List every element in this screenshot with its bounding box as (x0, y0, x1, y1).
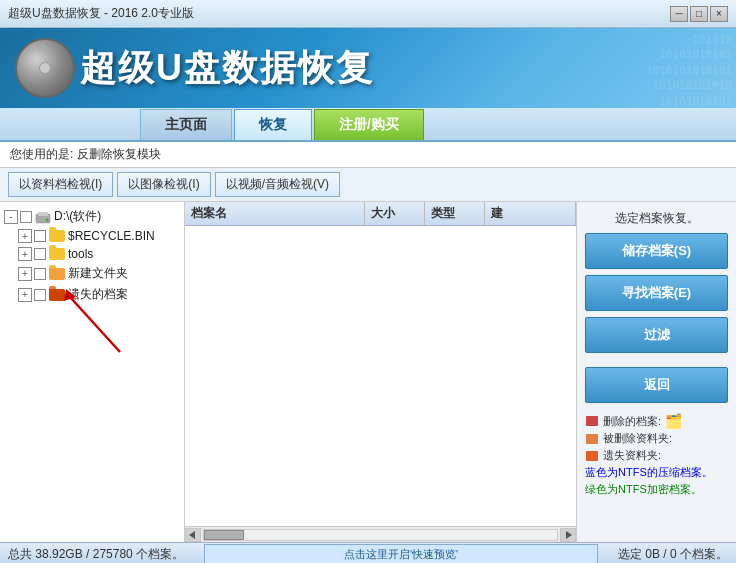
save-file-button[interactable]: 储存档案(S) (585, 233, 728, 269)
status-hint-text: 点击这里开启'快速预览' (344, 548, 458, 560)
scroll-right-btn[interactable] (560, 528, 576, 542)
legend-deleted: 删除的档案: 🗂️ (585, 413, 728, 429)
title-bar-text: 超级U盘数据恢复 - 2016 2.0专业版 (8, 5, 194, 22)
col-filename: 档案名 (185, 202, 365, 225)
deleted-icon (585, 415, 599, 427)
legend-ntfs-compress: 蓝色为NTFS的压缩档案。 (585, 465, 728, 480)
tree-checkbox-lost[interactable] (34, 289, 46, 301)
tree-label-lost: 遗失的档案 (68, 286, 128, 303)
header-bg-pattern: 1010101010101010110101010101011010101010… (642, 28, 736, 108)
tree-checkbox-newfolder[interactable] (34, 268, 46, 280)
tab-register[interactable]: 注册/购买 (314, 109, 424, 140)
legend-deleted-folder: 被删除资料夹: (585, 431, 728, 446)
scroll-thumb[interactable] (204, 530, 244, 540)
return-button[interactable]: 返回 (585, 367, 728, 403)
tree-item-tools[interactable]: + tools (0, 245, 184, 263)
title-bar-controls: ─ □ × (670, 6, 728, 22)
col-date: 建 (485, 202, 576, 225)
col-size: 大小 (365, 202, 425, 225)
lost-folder-icon (585, 450, 599, 462)
legend-ntfs-encrypt: 绿色为NTFS加密档案。 (585, 482, 728, 497)
tree-label-tools: tools (68, 247, 93, 261)
tree-item-lost[interactable]: + 遗失的档案 (0, 284, 184, 305)
main-content: - D:\(软件) + $RECYCLE.BIN + (0, 202, 736, 542)
right-panel: 选定档案恢复。 储存档案(S) 寻找档案(E) 过滤 返回 删除的档案: 🗂️ … (576, 202, 736, 542)
tree-expander-root[interactable]: - (4, 210, 18, 224)
tree-item-recycle[interactable]: + $RECYCLE.BIN (0, 227, 184, 245)
maximize-button[interactable]: □ (690, 6, 708, 22)
status-total: 总共 38.92GB / 275780 个档案。 (8, 546, 184, 563)
header-title: 超级U盘数据恢复 (80, 44, 374, 93)
filter-button[interactable]: 过滤 (585, 317, 728, 353)
legend-deleted-text: 删除的档案: (603, 414, 661, 429)
tree-root[interactable]: - D:\(软件) (0, 206, 184, 227)
disc-icon (15, 38, 75, 98)
tree-label-recycle: $RECYCLE.BIN (68, 229, 155, 243)
drive-icon (35, 210, 51, 224)
toolbar: 以资料档检视(I) 以图像检视(I) 以视频/音频检视(V) (0, 168, 736, 202)
file-list-body[interactable] (185, 226, 576, 526)
tree-checkbox-tools[interactable] (34, 248, 46, 260)
svg-point-2 (46, 218, 49, 221)
legend-lost-folder-text: 遗失资料夹: (603, 448, 661, 463)
tree-item-newfolder[interactable]: + 新建文件夹 (0, 263, 184, 284)
find-file-button[interactable]: 寻找档案(E) (585, 275, 728, 311)
folder-icon-recycle (49, 229, 65, 243)
folder-icon-tools (49, 247, 65, 261)
tree-expander-tools[interactable]: + (18, 247, 32, 261)
status-selected: 选定 0B / 0 个档案。 (618, 546, 728, 563)
legend-deleted-icon2: 🗂️ (665, 413, 682, 429)
scroll-left-btn[interactable] (185, 528, 201, 542)
nav-tabs: 主页面 恢复 注册/购买 (0, 108, 736, 142)
legend-lost-folder: 遗失资料夹: (585, 448, 728, 463)
legend-area: 删除的档案: 🗂️ 被删除资料夹: 遗失资料夹: 蓝色为NTFS的压缩档案。 绿… (585, 413, 728, 499)
horizontal-scrollbar[interactable] (185, 526, 576, 542)
tree-checkbox-recycle[interactable] (34, 230, 46, 242)
module-text: 您使用的是: 反删除恢复模块 (10, 147, 161, 161)
tree-expander-lost[interactable]: + (18, 288, 32, 302)
file-tree-panel[interactable]: - D:\(软件) + $RECYCLE.BIN + (0, 202, 185, 542)
right-panel-title: 选定档案恢复。 (585, 210, 728, 227)
title-bar: 超级U盘数据恢复 - 2016 2.0专业版 ─ □ × (0, 0, 736, 28)
tree-checkbox-root[interactable] (20, 211, 32, 223)
deleted-folder-icon (585, 433, 599, 445)
folder-icon-lost (49, 288, 65, 302)
logo (10, 33, 80, 103)
file-list-panel: 档案名 大小 类型 建 (185, 202, 576, 542)
minimize-button[interactable]: ─ (670, 6, 688, 22)
close-button[interactable]: × (710, 6, 728, 22)
view-image-btn[interactable]: 以图像检视(I) (117, 172, 210, 197)
scroll-track[interactable] (203, 529, 558, 541)
view-video-btn[interactable]: 以视频/音频检视(V) (215, 172, 340, 197)
tree-expander-recycle[interactable]: + (18, 229, 32, 243)
tab-recover[interactable]: 恢复 (234, 109, 312, 140)
status-hint[interactable]: 点击这里开启'快速预览' (204, 544, 598, 563)
tree-expander-newfolder[interactable]: + (18, 267, 32, 281)
col-type: 类型 (425, 202, 485, 225)
status-bar: 总共 38.92GB / 275780 个档案。 点击这里开启'快速预览' 选定… (0, 542, 736, 563)
view-file-btn[interactable]: 以资料档检视(I) (8, 172, 113, 197)
tree-root-label: D:\(软件) (54, 208, 101, 225)
tree-label-newfolder: 新建文件夹 (68, 265, 128, 282)
folder-icon-newfolder (49, 267, 65, 281)
header: 超级U盘数据恢复 1010101010101010110101010101011… (0, 28, 736, 108)
tab-home[interactable]: 主页面 (140, 109, 232, 140)
file-list-header: 档案名 大小 类型 建 (185, 202, 576, 226)
app-title: 超级U盘数据恢复 - 2016 2.0专业版 (8, 5, 194, 22)
legend-ntfs-encrypt-text: 绿色为NTFS加密档案。 (585, 482, 702, 497)
legend-ntfs-compress-text: 蓝色为NTFS的压缩档案。 (585, 465, 713, 480)
svg-rect-1 (38, 212, 48, 216)
legend-deleted-folder-text: 被删除资料夹: (603, 431, 672, 446)
module-bar: 您使用的是: 反删除恢复模块 (0, 142, 736, 168)
